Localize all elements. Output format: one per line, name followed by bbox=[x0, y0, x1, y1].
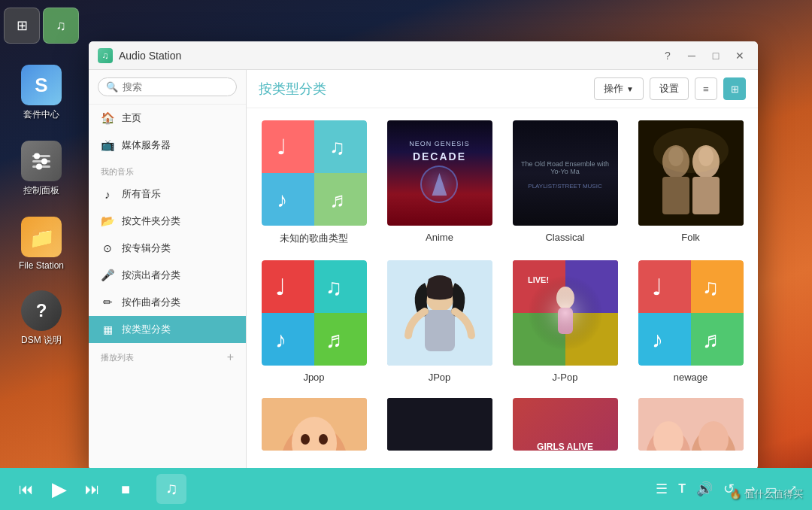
nav-media-label: 媒体服务器 bbox=[122, 138, 171, 152]
genre-item-folk[interactable]: Folk bbox=[635, 120, 746, 245]
add-playlist-btn[interactable]: + bbox=[227, 351, 234, 364]
content-toolbar: 操作 ▼ 设置 ≡ ⊞ bbox=[594, 77, 746, 100]
nav-by-genre[interactable]: ▦ 按类型分类 bbox=[89, 316, 246, 343]
stop-icon: ■ bbox=[121, 481, 130, 498]
search-bar: 🔍 bbox=[89, 70, 246, 105]
search-wrap[interactable]: 🔍 bbox=[98, 77, 237, 96]
volume-btn[interactable]: 🔊 bbox=[696, 481, 713, 497]
genre-label-jpop2: JPop bbox=[429, 372, 451, 383]
anime-cover-art: NEON GENESIS DECADE bbox=[409, 140, 470, 206]
svg-point-3 bbox=[34, 153, 40, 159]
main-content: 按类型分类 操作 ▼ 设置 ≡ ⊞ bbox=[247, 70, 758, 470]
action-label: 操作 bbox=[604, 82, 623, 96]
music-icon: ♫ bbox=[56, 18, 66, 34]
svg-text:♩: ♩ bbox=[275, 275, 286, 299]
watermark-icon: 🔥 bbox=[729, 488, 744, 499]
genre-item-partial4[interactable] bbox=[635, 398, 746, 451]
settings-label: 设置 bbox=[659, 82, 679, 96]
play-icon: ▶ bbox=[52, 478, 67, 501]
genre-item-unknown[interactable]: ♩ ♫ ♪ ♬ 未知的歌曲 bbox=[259, 120, 369, 245]
content-header: 按类型分类 操作 ▼ 设置 ≡ ⊞ bbox=[247, 70, 758, 108]
window-title: Audio Station bbox=[119, 50, 659, 62]
now-playing-album: ♫ bbox=[156, 474, 186, 504]
content-title: 按类型分类 bbox=[259, 80, 326, 98]
next-icon: ⏭ bbox=[85, 481, 100, 498]
playlist-toggle-btn[interactable]: ☰ bbox=[656, 481, 668, 497]
settings-btn[interactable]: 设置 bbox=[650, 77, 689, 100]
title-bar: ♫ Audio Station ? ─ □ ✕ bbox=[89, 41, 758, 70]
music-note-q1: ♩ bbox=[262, 120, 314, 173]
suite-center-label: 套件中心 bbox=[23, 108, 59, 121]
home-icon: 🏠 bbox=[101, 111, 114, 125]
genre-item-partial3[interactable]: GIRLS ALIVE LIVE TOUR bbox=[510, 398, 620, 451]
partial-cover-4 bbox=[638, 398, 744, 451]
taskbar-top-icons: ⊞ ♫ bbox=[4, 8, 79, 44]
svg-rect-13 bbox=[662, 177, 689, 214]
sidebar: 🔍 🏠 主页 📺 媒体服务器 我的音乐 ♪ 所有音乐 bbox=[89, 70, 247, 470]
my-music-section: 我的音乐 bbox=[89, 159, 246, 181]
svg-text:♬: ♬ bbox=[329, 188, 345, 211]
stop-btn[interactable]: ■ bbox=[114, 478, 137, 500]
close-btn[interactable]: ✕ bbox=[731, 47, 749, 65]
suite-center-app[interactable]: S 套件中心 bbox=[8, 59, 75, 127]
app-icon: ♫ bbox=[98, 48, 113, 63]
file-station-app[interactable]: 📁 File Station bbox=[8, 211, 75, 277]
next-btn[interactable]: ⏭ bbox=[81, 478, 104, 500]
minimize-btn[interactable]: ─ bbox=[683, 47, 701, 65]
grid-view-btn[interactable]: ⊞ bbox=[723, 77, 746, 100]
nav-home[interactable]: 🏠 主页 bbox=[89, 105, 246, 132]
restore-btn[interactable]: □ bbox=[707, 47, 725, 65]
genre-cover-anime: NEON GENESIS DECADE bbox=[387, 120, 492, 226]
newage-q4: ♬ bbox=[691, 313, 744, 366]
genre-cover-newage: ♩ ♫ ♪ ♬ bbox=[638, 260, 744, 366]
album-icon: ⊙ bbox=[101, 242, 114, 254]
play-btn[interactable]: ▶ bbox=[48, 478, 71, 500]
nav-album-label: 按专辑分类 bbox=[122, 241, 171, 255]
composer-icon: ✏ bbox=[101, 296, 114, 309]
genre-item-jpop1[interactable]: ♩ ♫ ♪ ♬ Jpop bbox=[259, 260, 369, 383]
genre-item-newage[interactable]: ♩ ♫ ♪ ♬ newag bbox=[635, 260, 746, 383]
svg-point-42 bbox=[319, 434, 328, 445]
partial-cover-1 bbox=[262, 398, 367, 451]
genre-item-jpop2[interactable]: JPop bbox=[384, 260, 495, 383]
list-view-btn[interactable]: ≡ bbox=[695, 77, 717, 100]
genre-cover-jpop3: LIVE! bbox=[513, 260, 618, 366]
list-view-icon: ≡ bbox=[703, 83, 709, 95]
prev-icon: ⏮ bbox=[19, 481, 34, 498]
genre-icon: ▦ bbox=[101, 323, 114, 335]
genre-item-partial2[interactable] bbox=[384, 398, 495, 451]
my-music-label: 我的音乐 bbox=[101, 166, 134, 178]
nav-media-server[interactable]: 📺 媒体服务器 bbox=[89, 132, 246, 159]
grid-view-btn[interactable]: ⊞ bbox=[4, 8, 40, 44]
svg-text:♫: ♫ bbox=[329, 135, 345, 159]
nav-by-folder[interactable]: 📂 按文件夹分类 bbox=[89, 208, 246, 235]
nav-artist-label: 按演出者分类 bbox=[122, 269, 180, 282]
window-controls: ? ─ □ ✕ bbox=[659, 47, 749, 65]
music-note-q2: ♫ bbox=[314, 120, 367, 173]
genre-item-anime[interactable]: NEON GENESIS DECADE Anime bbox=[384, 120, 495, 245]
search-input[interactable] bbox=[123, 81, 229, 93]
action-dropdown-icon: ▼ bbox=[626, 85, 634, 93]
prev-btn[interactable]: ⏮ bbox=[15, 478, 38, 500]
nav-all-music[interactable]: ♪ 所有音乐 bbox=[89, 181, 246, 208]
nav-by-composer[interactable]: ✏ 按作曲者分类 bbox=[89, 289, 246, 316]
lyrics-btn[interactable]: T bbox=[678, 482, 686, 496]
svg-point-41 bbox=[301, 434, 310, 445]
audio-station-btn[interactable]: ♫ bbox=[43, 8, 79, 44]
genre-item-jpop3[interactable]: LIVE! J-Pop bbox=[510, 260, 620, 383]
control-panel-app[interactable]: 控制面板 bbox=[8, 135, 75, 203]
audio-station-window: ♫ Audio Station ? ─ □ ✕ 🔍 🏠 主页 bbox=[89, 41, 758, 470]
action-btn[interactable]: 操作 ▼ bbox=[594, 77, 644, 100]
nav-all-music-label: 所有音乐 bbox=[122, 187, 161, 201]
nav-by-album[interactable]: ⊙ 按专辑分类 bbox=[89, 235, 246, 262]
dsm-help-app[interactable]: ? DSM 说明 bbox=[8, 284, 75, 353]
svg-point-33 bbox=[528, 275, 603, 351]
nav-genre-label: 按类型分类 bbox=[122, 323, 171, 336]
nav-by-artist[interactable]: 🎤 按演出者分类 bbox=[89, 262, 246, 289]
help-btn[interactable]: ? bbox=[659, 47, 677, 65]
genre-item-partial1[interactable] bbox=[259, 398, 369, 451]
genre-item-classical[interactable]: The Old Road Ensemble with Yo-Yo Ma PLAY… bbox=[510, 120, 620, 245]
playlist-section: 播放列表 + bbox=[89, 343, 246, 367]
jpop3-art: LIVE! bbox=[513, 260, 618, 366]
genre-label-jpop1: Jpop bbox=[303, 372, 324, 383]
